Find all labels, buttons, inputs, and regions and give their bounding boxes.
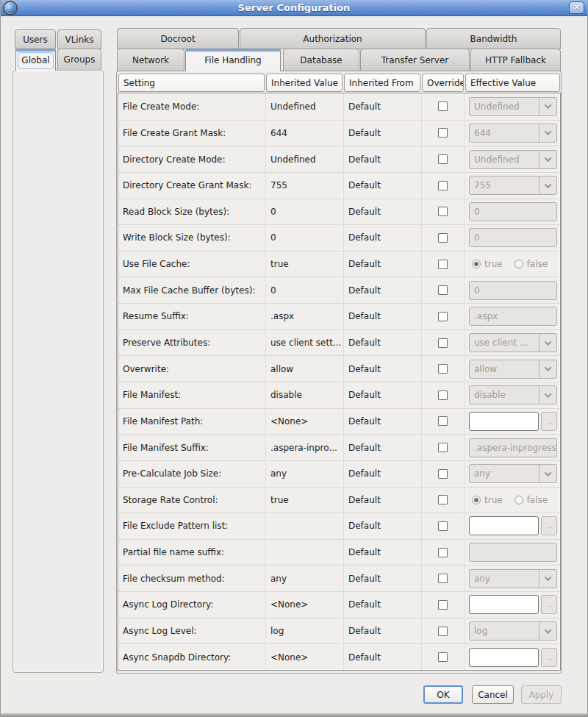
table-header-row: Setting Inherited Value Inherited From O…: [118, 74, 560, 92]
column-header-inherited-value[interactable]: Inherited Value: [266, 74, 343, 92]
tab-network[interactable]: Network: [117, 49, 184, 71]
override-checkbox[interactable]: [438, 364, 448, 374]
setting-label: File Exclude Pattern list:: [118, 513, 266, 539]
radio-option-true: true: [472, 259, 503, 269]
override-checkbox[interactable]: [438, 627, 448, 636]
path-entry-group: ...: [469, 412, 557, 431]
override-cell: [422, 409, 465, 435]
inherited-value: Undefined: [266, 93, 344, 120]
close-icon[interactable]: ✕: [569, 1, 584, 14]
table-row: File Create Grant Mask:644Default644: [118, 120, 560, 146]
chevron-down-icon: [539, 360, 556, 378]
inherited-value: 755: [266, 173, 344, 199]
table-row: File Exclude Pattern list:Default...: [118, 513, 560, 539]
window-bottom-edge: [1, 713, 587, 717]
override-checkbox[interactable]: [438, 207, 448, 216]
tab-groups[interactable]: Groups: [57, 49, 101, 71]
override-checkbox[interactable]: [438, 416, 448, 426]
tab-docroot[interactable]: Docroot: [117, 28, 239, 49]
setting-label: Resume Suffix:: [118, 304, 266, 329]
override-cell: [422, 644, 465, 670]
override-checkbox[interactable]: [438, 312, 448, 321]
override-checkbox[interactable]: [438, 443, 448, 452]
override-checkbox[interactable]: [438, 285, 448, 295]
override-checkbox[interactable]: [438, 548, 448, 557]
effective-value-input[interactable]: [469, 516, 539, 535]
effective-value-input[interactable]: [469, 412, 539, 431]
setting-label: Use File Cache:: [118, 252, 266, 277]
effective-value-input[interactable]: [469, 648, 539, 667]
dropdown-value: Undefined: [470, 151, 539, 168]
override-checkbox[interactable]: [438, 495, 448, 504]
tab-transfer-server[interactable]: Transfer Server: [360, 49, 470, 71]
override-checkbox[interactable]: [438, 338, 448, 348]
inherited-value: any: [266, 461, 344, 487]
chevron-down-icon: [539, 570, 556, 588]
override-checkbox[interactable]: [438, 128, 448, 138]
cancel-button[interactable]: Cancel: [472, 685, 514, 704]
override-checkbox[interactable]: [438, 260, 448, 269]
effective-value-dropdown: use client ...: [469, 333, 557, 352]
override-checkbox[interactable]: [438, 101, 448, 111]
left-panel-content: [12, 70, 104, 673]
override-cell: [422, 513, 465, 539]
tab-authorization[interactable]: Authorization: [240, 28, 426, 49]
table-row: Async Snapdb Directory:<None>Default...: [118, 643, 560, 670]
override-cell: [422, 488, 465, 513]
dropdown-value: any: [470, 465, 539, 482]
override-checkbox[interactable]: [438, 521, 448, 531]
setting-label: Async Log Level:: [118, 618, 266, 644]
tab-file-handling[interactable]: File Handling: [185, 49, 281, 71]
ok-button[interactable]: OK: [423, 685, 463, 704]
effective-value-dropdown: 644: [469, 124, 557, 143]
tab-bandwidth[interactable]: Bandwidth: [426, 28, 561, 49]
tab-global[interactable]: Global: [15, 49, 56, 71]
table-row: Async Log Directory:<None>Default...: [118, 591, 560, 618]
column-header-override[interactable]: Override: [422, 74, 464, 92]
effective-value-cell: any: [465, 461, 560, 487]
browse-button: ...: [541, 412, 557, 431]
column-header-setting[interactable]: Setting: [118, 74, 265, 92]
override-cell: [422, 461, 465, 487]
column-header-inherited-from[interactable]: Inherited From: [344, 74, 420, 92]
override-checkbox[interactable]: [438, 469, 448, 479]
effective-value-input: 0: [469, 202, 557, 221]
inherited-from: Default: [344, 566, 422, 591]
radio-icon: [472, 496, 481, 504]
effective-value-cell: ...: [465, 409, 560, 435]
effective-value-cell: ...: [465, 513, 560, 539]
inherited-value: Undefined: [266, 146, 344, 172]
override-checkbox[interactable]: [438, 652, 448, 662]
table-row: Overwrite:allowDefaultallow: [118, 355, 560, 382]
setting-label: Pre-Calculate Job Size:: [118, 461, 266, 487]
chevron-down-icon: [539, 151, 556, 168]
override-checkbox[interactable]: [438, 390, 448, 400]
path-entry-group: ...: [469, 595, 557, 614]
inherited-value: any: [266, 566, 344, 591]
tab-database[interactable]: Database: [283, 49, 359, 71]
tab-http-fallback[interactable]: HTTP Fallback: [470, 49, 561, 71]
tab-vlinks[interactable]: VLinks: [57, 29, 101, 49]
override-checkbox[interactable]: [438, 154, 448, 164]
effective-value-input: 0: [469, 281, 557, 300]
effective-value-dropdown: allow: [469, 360, 557, 379]
table-row: Read Block Size (bytes):0Default0: [118, 199, 560, 225]
effective-value-input[interactable]: [469, 595, 539, 614]
override-cell: [422, 93, 465, 120]
tab-users[interactable]: Users: [15, 29, 56, 49]
override-checkbox[interactable]: [438, 600, 448, 610]
chevron-down-icon: [539, 465, 556, 482]
override-checkbox[interactable]: [438, 574, 448, 583]
override-cell: [422, 566, 465, 591]
override-checkbox[interactable]: [438, 181, 448, 190]
effective-value-dropdown: disable: [469, 385, 557, 404]
inherited-from: Default: [344, 435, 422, 460]
setting-label: File Manifest:: [118, 382, 266, 408]
override-checkbox[interactable]: [438, 233, 448, 243]
effective-value-cell: ...: [465, 592, 560, 618]
path-entry-group: ...: [469, 516, 557, 535]
table-row: File Create Mode:UndefinedDefaultUndefin…: [118, 93, 560, 120]
column-header-effective-value[interactable]: Effective Value: [465, 74, 560, 92]
effective-value-cell: log: [465, 618, 560, 644]
chevron-down-icon: [539, 124, 556, 142]
